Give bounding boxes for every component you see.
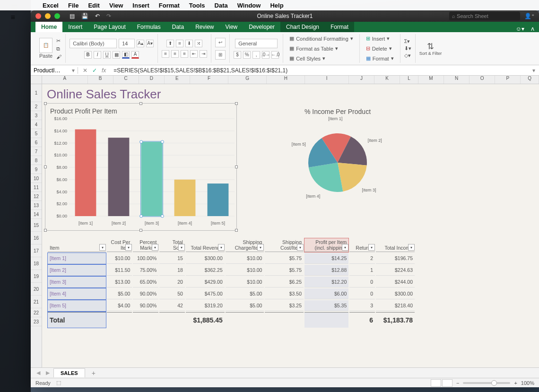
normal-view-icon[interactable] [431,379,441,387]
close-button[interactable] [35,13,41,19]
col-header[interactable]: G [228,76,267,84]
filter-icon[interactable]: ▾ [125,244,132,251]
table-cell[interactable]: $12.20 [304,277,348,287]
decrease-font-icon[interactable]: A▾ [146,40,154,47]
border-button[interactable]: ▦ [113,51,120,59]
insert-cells-button[interactable]: ⊞ Insert ▾ [364,34,392,43]
paste-icon[interactable]: 📋 [39,38,52,53]
row-header[interactable]: 11 [31,183,42,192]
filter-icon[interactable]: ▾ [368,244,375,251]
table-header[interactable]: Shipping Cost/Item▾ [265,238,304,252]
zoom-button[interactable] [54,13,60,19]
underline-button[interactable]: U [103,51,111,59]
table-cell[interactable]: 3 [349,300,375,311]
table-cell[interactable]: $300.00 [186,253,225,264]
table-cell[interactable]: $5.00 [107,288,132,299]
table-cell[interactable]: $300.00 [376,288,415,299]
table-cell[interactable]: $475.00 [186,288,225,299]
tab-chart-design[interactable]: Chart Design [280,22,325,32]
row-header[interactable]: 18 [31,257,42,270]
col-header[interactable]: K [374,76,400,84]
table-cell[interactable]: [Item 5] [48,300,106,311]
table-cell[interactable]: $14.25 [304,253,348,264]
add-sheet-button[interactable]: + [87,369,100,377]
col-header[interactable]: N [444,76,469,84]
table-cell[interactable]: $218.40 [376,300,415,311]
filter-icon[interactable]: ▾ [99,244,106,251]
row-header[interactable]: 3 [31,111,42,120]
filter-icon[interactable]: ▾ [152,244,158,251]
table-cell[interactable]: $196.75 [376,253,415,264]
table-header[interactable]: Percent Markup▾ [133,238,158,252]
macro-record-icon[interactable]: ⬚ [56,380,61,386]
sheet-prev-icon[interactable]: ◀ [35,370,42,376]
table-cell[interactable]: 100.00% [133,253,158,264]
filter-icon[interactable]: ▾ [408,244,415,251]
tab-home[interactable]: Home [35,22,62,32]
col-header[interactable]: I [305,76,349,84]
sheet-canvas[interactable]: Online Sales Tracker Product Profit Per … [42,84,539,367]
redo-icon[interactable]: ↷ [106,13,111,19]
font-color-button[interactable]: A [131,51,139,59]
col-header[interactable]: M [418,76,444,84]
row-header[interactable]: 15 [31,219,42,232]
enter-formula-icon[interactable]: ✓ [92,67,97,74]
format-cells-button[interactable]: ▦ Format ▾ [364,54,396,63]
tab-insert[interactable]: Insert [62,22,88,32]
decrease-decimal-icon[interactable]: ←.0 [271,51,279,59]
increase-indent-icon[interactable]: ⇥ [200,50,207,58]
bar-chart[interactable]: Product Profit Per Item $0.00$2.00$4.00$… [45,103,237,231]
row-header[interactable]: 17 [31,244,42,257]
formula-input[interactable]: =SERIES(SALES!$I$15,SALES!$B$16:$B$21,SA… [111,67,529,74]
account-icon[interactable]: ☺▾ [516,26,524,32]
row-header[interactable]: 6 [31,138,42,147]
filter-icon[interactable]: ▾ [178,244,185,251]
tab-formulas[interactable]: Formulas [131,22,166,32]
clear-icon[interactable]: ◇▾ [404,52,411,59]
table-cell[interactable]: 90.00% [133,288,158,299]
col-header[interactable]: Q [521,76,539,84]
copy-icon[interactable]: ⧉ [56,46,61,52]
increase-decimal-icon[interactable]: .0→ [262,51,270,59]
row-header[interactable]: 4 [31,120,42,129]
decrease-indent-icon[interactable]: ⇤ [190,50,198,58]
col-header[interactable]: O [469,76,495,84]
col-header[interactable]: P [495,76,521,84]
table-cell[interactable]: $319.20 [186,300,225,311]
menu-data[interactable]: Data [215,2,228,9]
table-cell[interactable]: $5.75 [265,265,304,276]
row-header[interactable]: 12 [31,192,42,201]
table-cell[interactable]: [Item 3] [48,277,106,287]
table-cell[interactable] [133,312,158,328]
fill-icon[interactable]: ⬇▾ [404,45,411,52]
table-cell[interactable]: $429.00 [186,277,225,287]
table-cell[interactable]: $5.75 [265,253,304,264]
zoom-level[interactable]: 100% [521,380,534,386]
table-cell[interactable] [159,312,185,328]
fx-icon[interactable]: fx [102,67,106,74]
table-cell[interactable]: 18 [159,265,185,276]
table-cell[interactable]: 50 [159,288,185,299]
table-cell[interactable]: 2 [349,253,375,264]
table-cell[interactable]: $10.00 [226,265,264,276]
row-header[interactable]: 16 [31,232,42,244]
table-cell[interactable]: [Item 1] [48,253,106,264]
tab-review[interactable]: Review [190,22,219,32]
table-cell[interactable]: 20 [159,277,185,287]
fill-color-button[interactable]: ◧ [122,51,130,59]
minimize-button[interactable] [45,13,51,19]
tab-data[interactable]: Data [166,22,190,32]
format-painter-icon[interactable]: 🖌 [56,54,61,60]
select-all-corner[interactable] [31,76,42,84]
bold-button[interactable]: B [84,51,92,59]
menu-view[interactable]: View [109,2,123,9]
table-header[interactable]: Item▾ [48,238,106,252]
col-header[interactable]: F [190,76,228,84]
merge-cells-icon[interactable]: ⊞ [215,50,226,60]
col-header[interactable]: A [42,76,88,84]
menu-format[interactable]: Format [159,2,180,9]
table-header[interactable]: Profit per Item (incl. shipping)▾ [304,238,348,252]
delete-cells-button[interactable]: ⊟ Delete ▾ [364,44,394,53]
percent-icon[interactable]: % [243,51,251,59]
tab-view[interactable]: View [219,22,243,32]
